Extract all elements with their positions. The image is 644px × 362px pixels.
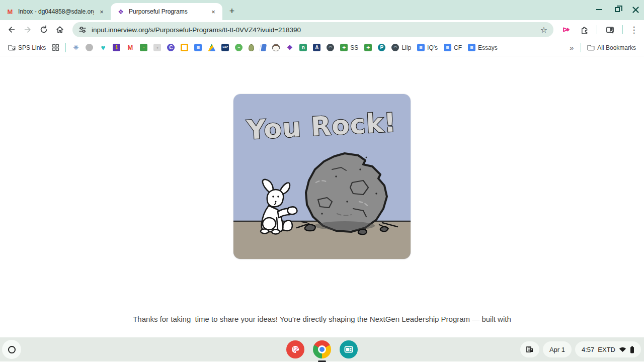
jersey-one-icon: 1 <box>113 44 120 51</box>
bookmark-classroom[interactable]: ▫ <box>137 42 150 53</box>
address-bar[interactable]: input.innerview.org/s/Purporseful-Progra… <box>72 22 553 37</box>
bookmark-teal-heart[interactable]: ♥ <box>96 42 110 53</box>
browser-menu-icon[interactable]: ⋮ <box>628 25 640 35</box>
bookmark-label: CF <box>454 44 462 51</box>
green-cross-ss-icon: + <box>340 44 348 51</box>
close-tab-icon[interactable]: × <box>98 8 106 16</box>
tab-purporseful-programs[interactable]: ❖ Purporseful Programs × <box>111 3 222 20</box>
restore-icon[interactable] <box>614 6 621 13</box>
all-bookmarks-button[interactable]: All Bookmarks <box>584 42 639 53</box>
bookmark-acorn[interactable] <box>269 42 283 53</box>
bookmark-label: Lilp <box>401 44 411 51</box>
screencast-app-icon[interactable] <box>340 340 358 358</box>
bookmark-apps-grid[interactable] <box>49 42 62 53</box>
gmail-icon: M <box>6 8 14 16</box>
bookmark-innerview-paw[interactable]: ❖ <box>283 42 296 53</box>
gray-circle-icon <box>86 44 93 51</box>
bookmark-navy-academy[interactable]: A <box>310 42 324 53</box>
bookmarks-separator <box>581 43 581 52</box>
status-area-button[interactable]: 4:57 EXTD <box>575 341 641 357</box>
site-settings-icon[interactable] <box>78 26 87 34</box>
bookmark-items: ✳♥1M▫●C≡HAC••❖nA◠+SS+P◠Lilp≡IQ's≡CF≡Essa… <box>69 42 500 53</box>
bookmark-gmail[interactable]: M <box>123 42 137 53</box>
close-window-icon[interactable] <box>632 6 639 13</box>
building-icon <box>526 345 534 353</box>
teal-heart-icon: ♥ <box>99 44 107 51</box>
navy-academy-icon: A <box>313 44 320 51</box>
firework-tree-icon: ✳ <box>72 44 79 51</box>
bookmark-green-cross-ss[interactable]: +SS <box>337 42 361 53</box>
bookmark-star-icon[interactable]: ☆ <box>540 25 547 35</box>
apps-grid-icon <box>52 44 59 51</box>
innerview-paw-icon: ❖ <box>117 8 125 16</box>
bookmark-doc-cf[interactable]: ≡CF <box>441 42 465 53</box>
bookmark-pear-sack[interactable] <box>246 43 257 53</box>
new-tab-button[interactable]: + <box>225 5 238 18</box>
bookmark-dark-globe[interactable]: ◠ <box>324 42 337 53</box>
green-bird-icon: n <box>299 44 307 51</box>
toolbar-separator <box>622 25 623 34</box>
bookmark-clever-c[interactable]: C <box>164 42 178 53</box>
bookmark-label: All Bookmarks <box>597 44 636 51</box>
forward-icon[interactable] <box>20 22 35 37</box>
google-drive-icon <box>208 44 215 51</box>
bookmark-yellow-frame[interactable] <box>178 42 191 53</box>
url-text[interactable]: input.innerview.org/s/Purporseful-Progra… <box>92 26 535 34</box>
shelf-apps <box>286 340 358 358</box>
side-panel-search-icon[interactable] <box>602 22 617 37</box>
doc-iqs-icon: ≡ <box>417 44 425 51</box>
teal-p-icon: P <box>378 44 385 51</box>
date-button[interactable]: Apr 1 <box>543 341 572 357</box>
bookmark-google-drive[interactable] <box>205 42 218 53</box>
chromeos-shelf: Apr 1 4:57 EXTD <box>0 337 644 361</box>
clever-c-icon: C <box>167 44 175 51</box>
back-icon[interactable] <box>4 22 19 37</box>
bookmark-gray-app[interactable]: ● <box>150 42 164 53</box>
you-rock-illustration: You Rock! <box>233 94 411 259</box>
ime-building-button[interactable] <box>520 341 539 357</box>
home-icon[interactable] <box>52 22 67 37</box>
you-rock-scene: You Rock! <box>233 94 411 259</box>
blue-book-icon <box>260 44 267 51</box>
bookmark-label: SPS Links <box>18 44 46 51</box>
pink-extension-icon[interactable] <box>558 22 574 37</box>
tab-gmail-inbox[interactable]: M Inbox - dg044858@sdale.org - × <box>0 3 111 20</box>
bookmark-green-cross[interactable]: + <box>361 42 375 53</box>
bookmark-firework-tree[interactable]: ✳ <box>69 42 83 53</box>
dark-globe-icon: ◠ <box>327 44 334 51</box>
bookmark-doc-iqs[interactable]: ≡IQ's <box>414 42 441 53</box>
date-text: Apr 1 <box>549 346 565 353</box>
bookmark-jersey-one[interactable]: 1 <box>110 42 123 53</box>
caption-line-1: Thanks for taking time to share your ide… <box>0 314 644 324</box>
minimize-icon[interactable] <box>596 6 603 13</box>
bookmark-doc-essays[interactable]: ≡Essays <box>465 42 501 53</box>
page-content: You Rock! <box>0 56 644 337</box>
managed-folder-icon <box>8 44 16 51</box>
tab-strip: M Inbox - dg044858@sdale.org - × ❖ Purpo… <box>0 0 644 20</box>
extensions-puzzle-icon[interactable] <box>577 22 592 37</box>
bookmark-blue-doc[interactable]: ≡ <box>191 42 205 53</box>
bookmarks-bar: SPS Links ✳♥1M▫●C≡HAC••❖nA◠+SS+P◠Lilp≡IQ… <box>0 39 644 56</box>
close-tab-icon[interactable]: × <box>209 8 217 16</box>
browser-toolbar: input.innerview.org/s/Purporseful-Progra… <box>0 20 644 39</box>
bookmark-label: IQ's <box>427 44 438 51</box>
reload-icon[interactable] <box>36 22 51 37</box>
doc-essays-icon: ≡ <box>468 44 475 51</box>
bookmark-teal-p[interactable]: P <box>375 42 388 53</box>
bookmark-label: Essays <box>478 44 498 51</box>
bookmark-folder-sps-links[interactable]: SPS Links <box>5 42 49 53</box>
bookmark-frog[interactable]: •• <box>232 42 246 53</box>
canvas-app-icon[interactable] <box>286 340 304 358</box>
gmail-icon: M <box>126 44 134 51</box>
launcher-button[interactable] <box>2 340 21 359</box>
chrome-app-icon[interactable] <box>313 340 331 358</box>
bookmark-gray-circle[interactable] <box>83 42 96 53</box>
bookmark-green-bird[interactable]: n <box>296 42 310 53</box>
bookmarks-overflow-icon[interactable]: » <box>566 43 578 52</box>
bookmark-blue-book[interactable] <box>257 43 269 53</box>
bookmark-hac[interactable]: HAC <box>218 42 232 53</box>
bookmark-globe-lilp[interactable]: ◠Lilp <box>388 42 414 53</box>
launcher-icon <box>8 346 16 353</box>
system-tray: Apr 1 4:57 EXTD <box>520 341 641 357</box>
frog-icon: •• <box>235 44 243 51</box>
